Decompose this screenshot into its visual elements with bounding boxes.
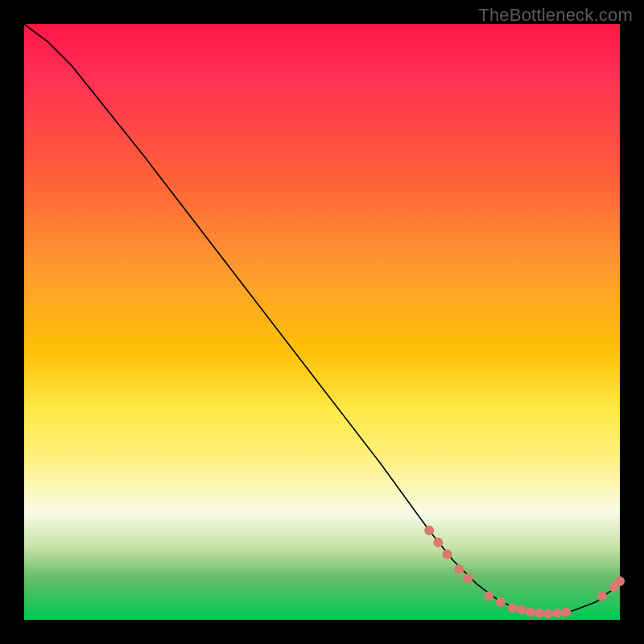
curve-marker bbox=[561, 607, 571, 617]
curve-marker bbox=[454, 564, 464, 574]
curve-markers bbox=[424, 526, 625, 619]
curve-marker bbox=[552, 609, 562, 618]
bottleneck-curve bbox=[24, 24, 620, 614]
curve-marker bbox=[535, 609, 544, 618]
curve-marker bbox=[442, 550, 452, 559]
curve-marker bbox=[433, 538, 443, 547]
curve-marker bbox=[597, 591, 607, 601]
curve-marker bbox=[424, 526, 434, 535]
curve-marker bbox=[526, 607, 535, 617]
curve-layer bbox=[24, 24, 620, 620]
curve-marker bbox=[517, 605, 526, 614]
curve-marker bbox=[508, 603, 518, 613]
curve-marker bbox=[463, 573, 473, 583]
curve-marker bbox=[615, 576, 625, 586]
curve-marker bbox=[484, 591, 493, 601]
curve-marker bbox=[543, 609, 553, 619]
chart-frame: TheBottleneck.com bbox=[0, 0, 644, 644]
curve-marker bbox=[496, 597, 506, 607]
watermark-text: TheBottleneck.com bbox=[478, 5, 633, 26]
